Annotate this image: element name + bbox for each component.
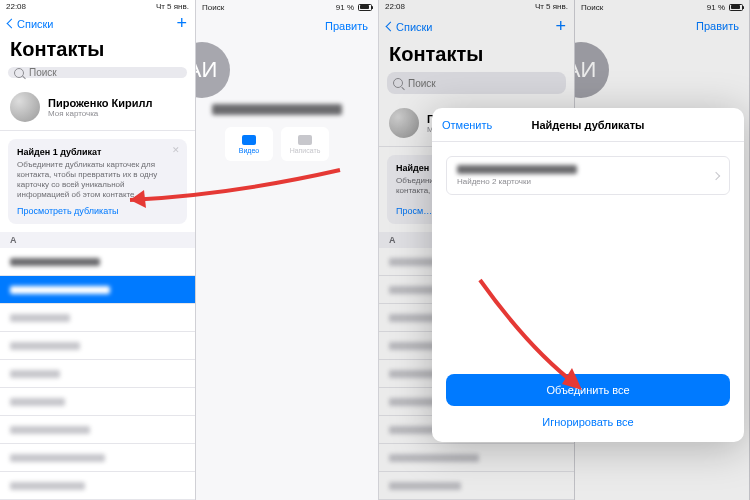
avatar <box>389 108 419 138</box>
message-icon <box>298 135 312 145</box>
back-label: Списки <box>396 21 433 33</box>
search-field[interactable] <box>8 67 187 78</box>
search-input[interactable] <box>29 67 181 78</box>
contacts-sidebar: 22:08 Чт 5 янв. Списки + Контакты Пироже… <box>0 0 196 500</box>
chevron-right-icon <box>712 171 720 179</box>
my-card-sub: Моя карточка <box>48 109 152 118</box>
list-item[interactable] <box>0 360 195 388</box>
back-label: Списки <box>17 18 54 30</box>
list-item[interactable] <box>0 304 195 332</box>
avatar-initials: АИ <box>196 57 217 83</box>
contacts-list <box>0 248 195 500</box>
list-item[interactable] <box>0 248 195 276</box>
edit-button[interactable]: Править <box>696 20 739 32</box>
message-button[interactable]: Написать <box>281 127 329 161</box>
modal-header: Отменить Найдены дубликаты <box>432 108 744 142</box>
section-header-a: А <box>0 232 195 248</box>
list-item[interactable] <box>0 444 195 472</box>
message-label: Написать <box>290 147 321 154</box>
battery-icon <box>729 4 743 11</box>
modal-footer: Объединить все Игнорировать все <box>432 364 744 442</box>
nav-bar: Списки + <box>0 13 195 34</box>
avatar <box>10 92 40 122</box>
nav-bar: Списки + <box>379 14 574 40</box>
ignore-all-button[interactable]: Игнорировать все <box>446 416 730 428</box>
list-item[interactable] <box>0 388 195 416</box>
status-bar: Поиск 91 % <box>575 0 749 14</box>
duplicates-modal: Отменить Найдены дубликаты Найдено 2 кар… <box>432 108 744 442</box>
page-title: Контакты <box>379 39 574 72</box>
search-input[interactable] <box>408 78 560 89</box>
duplicates-banner: ✕ Найден 1 дубликат Объедините дубликаты… <box>8 139 187 224</box>
status-time: 22:08 <box>385 2 405 11</box>
list-item[interactable] <box>379 472 574 500</box>
status-battery: 91 % <box>707 3 725 12</box>
add-contact-button[interactable]: + <box>555 16 566 37</box>
contact-name <box>196 104 378 115</box>
list-item[interactable] <box>0 416 195 444</box>
search-icon <box>14 68 24 78</box>
status-time: 22:08 <box>6 2 26 11</box>
contact-avatar: АИ <box>575 42 609 98</box>
battery-icon <box>358 4 372 11</box>
my-card[interactable]: Пироженко Кирилл Моя карточка <box>0 86 195 131</box>
cancel-button[interactable]: Отменить <box>442 119 492 131</box>
add-contact-button[interactable]: + <box>176 13 187 34</box>
status-date: Чт 5 янв. <box>156 2 189 11</box>
search-field[interactable] <box>387 72 566 94</box>
page-title: Контакты <box>0 34 195 67</box>
status-bar: Поиск 91 % <box>196 0 378 14</box>
status-date: Чт 5 янв. <box>535 2 568 11</box>
dup-text: Объедините дубликаты карточек для контак… <box>17 160 178 200</box>
chevron-left-icon <box>7 19 17 29</box>
duplicate-row[interactable]: Найдено 2 карточки <box>446 156 730 195</box>
list-item[interactable] <box>0 332 195 360</box>
view-duplicates-link[interactable]: Просмотреть дубликаты <box>17 206 178 216</box>
list-item[interactable] <box>0 276 195 304</box>
list-item[interactable] <box>0 472 195 500</box>
avatar-initials: АИ <box>575 57 596 83</box>
video-label: Видео <box>239 147 259 154</box>
status-battery: 91 % <box>336 3 354 12</box>
dup-title: Найден 1 дубликат <box>17 147 178 157</box>
contact-detail-left: Поиск 91 % Править АИ Видео Написать <box>196 0 379 500</box>
detail-nav: Править <box>196 14 378 38</box>
edit-button[interactable]: Править <box>325 20 368 32</box>
back-button[interactable]: Списки <box>8 18 54 30</box>
modal-body: Найдено 2 карточки <box>432 142 744 364</box>
back-button[interactable]: Списки <box>387 21 433 33</box>
status-carrier: Поиск <box>202 3 224 12</box>
status-carrier: Поиск <box>581 3 603 12</box>
merge-all-button[interactable]: Объединить все <box>446 374 730 406</box>
duplicate-count: Найдено 2 карточки <box>457 177 577 186</box>
status-bar: 22:08 Чт 5 янв. <box>0 0 195 13</box>
list-item[interactable] <box>379 444 574 472</box>
search-icon <box>393 78 403 88</box>
close-icon[interactable]: ✕ <box>172 145 180 155</box>
video-call-button[interactable]: Видео <box>225 127 273 161</box>
duplicate-name <box>457 165 577 174</box>
chevron-left-icon <box>386 22 396 32</box>
contact-avatar: АИ <box>196 42 230 98</box>
status-bar: 22:08 Чт 5 янв. <box>379 0 574 14</box>
modal-title: Найдены дубликаты <box>532 119 645 131</box>
contact-actions: Видео Написать <box>196 127 378 161</box>
my-card-name: Пироженко Кирилл <box>48 97 152 109</box>
detail-nav: Править <box>575 14 749 38</box>
video-icon <box>242 135 256 145</box>
